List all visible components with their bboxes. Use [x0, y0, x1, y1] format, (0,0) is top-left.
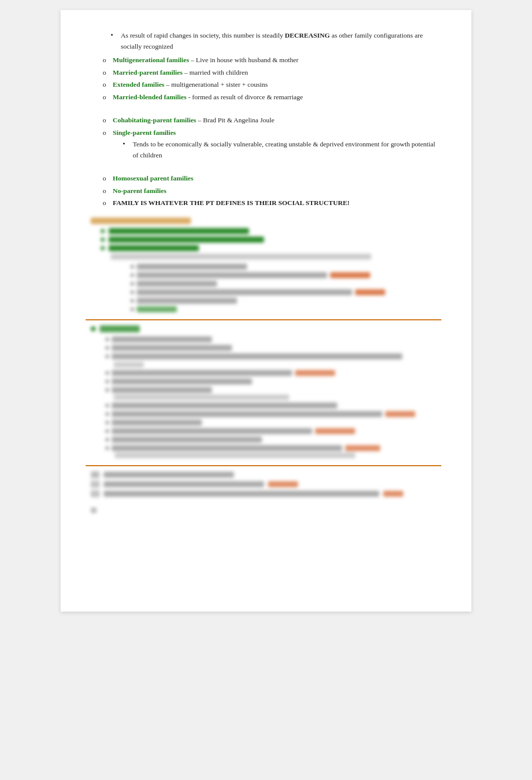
list-item-extended: Extended families – multigenerational + …: [101, 79, 441, 90]
list-item-married-parent: Married-parent families – married with c…: [101, 67, 441, 78]
label-definition: FAMILY IS WHATEVER THE PT DEFINES IS THE…: [113, 199, 350, 207]
label-extended: Extended families: [113, 81, 164, 88]
label-married-parent: Married-parent families: [113, 69, 183, 76]
sub-bullet-single-parent: Tends to be economically & socially vuln…: [123, 139, 441, 160]
blurred-section-3: 1.: [91, 471, 441, 497]
sub-bullet-single-parent-text: Tends to be economically & socially vuln…: [133, 140, 435, 159]
list-item-homosexual: Homosexual parent families: [101, 173, 441, 184]
family-list-2: Cohabitating-parent families – Brad Pit …: [101, 115, 441, 160]
label-homosexual: Homosexual parent families: [113, 174, 193, 182]
desc-multigenerational: – Live in house with husband & mother: [189, 56, 299, 64]
list-item-married-blended: Married-blended families - formed as res…: [101, 92, 441, 103]
list-item-definition: FAMILY IS WHATEVER THE PT DEFINES IS THE…: [101, 198, 441, 209]
label-cohabitating: Cohabitating-parent families: [113, 116, 196, 124]
family-list-1: Multigenerational families – Live in hou…: [101, 55, 441, 102]
blurred-section-1: [91, 218, 441, 312]
intro-bullet-item: As result of rapid changes in society, t…: [111, 30, 441, 52]
document-page: As result of rapid changes in society, t…: [61, 10, 471, 612]
family-list-3: Homosexual parent families No-parent fam…: [101, 173, 441, 209]
single-parent-sub-list: Tends to be economically & socially vuln…: [123, 139, 441, 160]
list-item-no-parent: No-parent families: [101, 185, 441, 197]
intro-bullet-list: As result of rapid changes in society, t…: [111, 30, 441, 52]
desc-married-blended: - formed as result of divorce & remarria…: [186, 93, 303, 101]
intro-text-pre: As result of rapid changes in society, t…: [121, 32, 285, 39]
content-section: As result of rapid changes in society, t…: [91, 30, 441, 513]
list-item-single-parent: Single-parent families Tends to be econo…: [101, 127, 441, 161]
section-divider-2: [86, 465, 441, 466]
label-multigenerational: Multigenerational families: [113, 56, 189, 64]
section-divider-1: [86, 319, 441, 320]
blurred-section-2: [91, 325, 441, 458]
desc-married-parent: – married with children: [183, 69, 248, 76]
label-married-blended: Married-blended families: [113, 93, 186, 101]
desc-cohabitating: – Brad Pit & Angelina Joule: [196, 116, 275, 124]
intro-text-bold: DECREASING: [285, 32, 330, 39]
list-item-multigenerational: Multigenerational families – Live in hou…: [101, 55, 441, 66]
list-item-cohabitating: Cohabitating-parent families – Brad Pit …: [101, 115, 441, 126]
desc-extended: – multigenerational + sister + cousins: [164, 81, 268, 88]
label-single-parent: Single-parent families: [113, 129, 176, 136]
label-no-parent: No-parent families: [113, 187, 166, 194]
